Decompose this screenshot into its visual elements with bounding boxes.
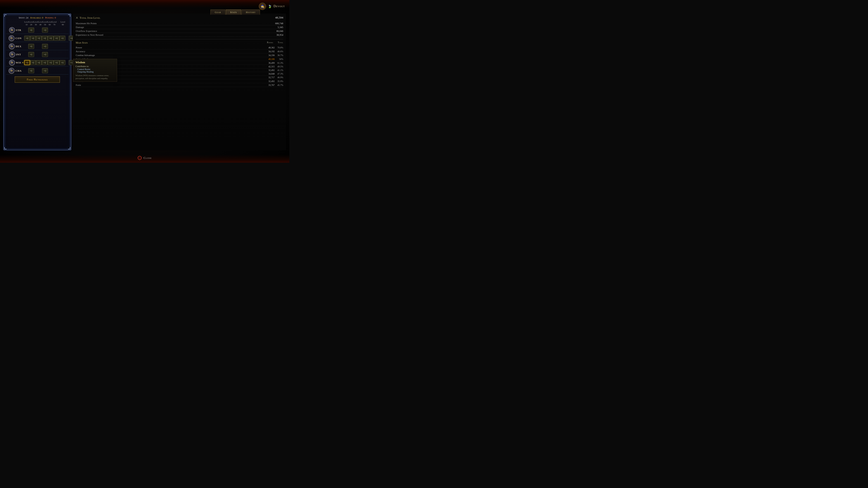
stat-row-dex: 14 DEX +1 +1: [6, 43, 68, 50]
con-l20-btn[interactable]: +1: [30, 36, 36, 41]
con-l50-btn[interactable]: +1: [48, 36, 54, 41]
tooltip-item-2: Outgoing Healing: [75, 70, 115, 73]
int-l50: +1: [42, 52, 48, 57]
base-stat-overflow: Overflow Experience 86,046: [76, 29, 283, 33]
int-l20: +1: [28, 52, 34, 57]
cha-badge-cell: 19 CHA: [6, 68, 24, 74]
dex-l50-btn[interactable]: +1: [42, 44, 48, 49]
con-l40-btn[interactable]: +1: [42, 36, 48, 41]
main-stat-10-rating: 32,492: [264, 80, 275, 83]
dex-name: DEX: [16, 45, 22, 48]
corner-tl: [4, 14, 6, 17]
dex-badge-cell: 14 DEX: [6, 43, 24, 49]
wis-l50-btn[interactable]: +1: [48, 60, 54, 65]
base-stat-damage-label: Damage: [76, 26, 84, 29]
main-stat-accuracy-label: Accuracy: [76, 50, 264, 53]
main-stat-forte-total: 45.7%: [275, 84, 283, 86]
close-row: ○ Close: [138, 156, 152, 160]
stat-row-int: 19 INT +1 +1: [6, 51, 68, 58]
con-l70-btn[interactable]: +1: [59, 36, 65, 41]
total-item-level-value: 48,594: [275, 16, 283, 20]
con-l10: +1: [24, 36, 30, 41]
base-stat-hp-value: 680,748: [275, 22, 283, 25]
tab-history[interactable]: History: [242, 9, 260, 15]
cha-badge: 19 CHA: [8, 68, 22, 74]
int-l50-btn[interactable]: +1: [42, 52, 48, 57]
stat-row-con: 23 CON +1 +1 +1 +1 +1 +1 +1: [6, 35, 68, 42]
total-item-level-row: ⚔ Total Item Level 48,594: [76, 16, 283, 20]
dex-l50: +1: [42, 44, 48, 49]
wis-l70-btn[interactable]: +1: [59, 60, 65, 65]
con-l30-btn[interactable]: +1: [36, 36, 42, 41]
main-stats-header: Main Stats Rating Total: [76, 41, 283, 44]
base-stat-hp-label: Maximum Hit Points: [76, 22, 97, 25]
wis-l50: +1: [48, 60, 54, 65]
con-circle: 23: [8, 35, 14, 41]
main-stat-crit-sev-total: 61.3%: [275, 62, 283, 64]
wis-l20: +1: [30, 60, 36, 65]
available-value: 0: [42, 16, 43, 19]
cha-l50: +1: [42, 68, 48, 73]
main-stat-accuracy-rating: 34,192: [264, 50, 275, 53]
main-stat-combat-adv-rating: 34,336: [264, 54, 275, 57]
dex-l20-btn[interactable]: +1: [28, 44, 34, 49]
str-badge-cell: 16 STR: [6, 27, 24, 33]
con-l50: +1: [48, 36, 54, 41]
stat-row-cha: 19 CHA +1 +1: [6, 67, 68, 74]
wis-l30-btn[interactable]: +1: [36, 60, 42, 65]
corner-tr: [68, 14, 70, 17]
pending-label: Pending:: [45, 16, 54, 19]
con-badge-cell: 23 CON: [6, 35, 24, 41]
wis-l10-btn[interactable]: +1: [24, 60, 30, 65]
tab-stats[interactable]: Stats: [226, 9, 241, 15]
wis-l40-btn[interactable]: +1: [42, 60, 48, 65]
base-stat-xp-next: Experience to Next Reward 38,954: [76, 33, 283, 37]
close-button[interactable]: Close: [144, 156, 152, 160]
main-stat-8-rating: 34,848: [264, 72, 275, 75]
con-l70: +1: [59, 36, 65, 41]
main-stat-accuracy-total: 46.6%: [275, 50, 283, 53]
con-l10-btn[interactable]: +1: [24, 36, 30, 41]
main-stat-accuracy: Accuracy 34,192 46.6%: [76, 50, 283, 53]
stat-allocation-panel: Spent: 24 Available: 0 Pending: 0 Level1…: [3, 13, 71, 150]
str-circle: 16: [9, 27, 15, 33]
wis-l20-btn[interactable]: +1: [30, 60, 36, 65]
con-l60-btn[interactable]: +1: [54, 36, 59, 41]
level-header-80: Level80: [57, 21, 69, 26]
int-l20-btn[interactable]: +1: [28, 52, 34, 57]
total-item-level-label: ⚔ Total Item Level: [76, 16, 100, 20]
wis-badge: 29 WIS: [9, 60, 21, 66]
main-stat-forte: Forte 33,767 45.7%: [76, 83, 283, 87]
base-stat-damage: Damage 5,345: [76, 25, 283, 29]
tab-gear[interactable]: Gear: [211, 9, 225, 15]
int-badge-cell: 19 INT: [6, 52, 24, 57]
char-avatar: 🧙: [259, 3, 266, 10]
available-label: Available:: [30, 16, 41, 19]
corner-br: [68, 147, 70, 149]
level-header-10: Level10: [24, 21, 29, 26]
tooltip-title: Wisdom: [75, 61, 115, 64]
level-headers: Level10 Level20 Level30 Level40 Level50 …: [6, 21, 68, 26]
free-retraining-button[interactable]: Free Retraining: [15, 76, 60, 83]
level-header-20: Level20: [29, 21, 34, 26]
dex-l20: +1: [28, 44, 34, 49]
wis-l60-btn[interactable]: +1: [54, 60, 59, 65]
level-header-50: Level50: [43, 21, 48, 26]
corner-bl: [4, 147, 6, 149]
str-l50-btn[interactable]: +1: [42, 28, 48, 33]
main-stat-combat-adv-label: Combat Advantage: [76, 54, 264, 57]
str-badge: 16 STR: [9, 27, 21, 33]
con-l20: +1: [30, 36, 36, 41]
int-circle: 19: [9, 52, 15, 57]
wis-l10: +1: [24, 60, 30, 65]
str-l20-btn[interactable]: +1: [28, 28, 34, 33]
total-col-header: Total: [278, 41, 283, 44]
main-stat-power-label: Power: [76, 46, 264, 49]
wis-l30: +1: [36, 60, 42, 65]
cha-l50-btn[interactable]: +1: [42, 68, 48, 73]
main-stat-power: Power 48,362 70.8%: [76, 46, 283, 50]
int-badge: 19 INT: [9, 52, 21, 57]
cha-l20-btn[interactable]: +1: [28, 68, 34, 73]
spent-row: Spent: 24 Available: 0 Pending: 0: [6, 16, 68, 19]
divider: [76, 39, 283, 39]
